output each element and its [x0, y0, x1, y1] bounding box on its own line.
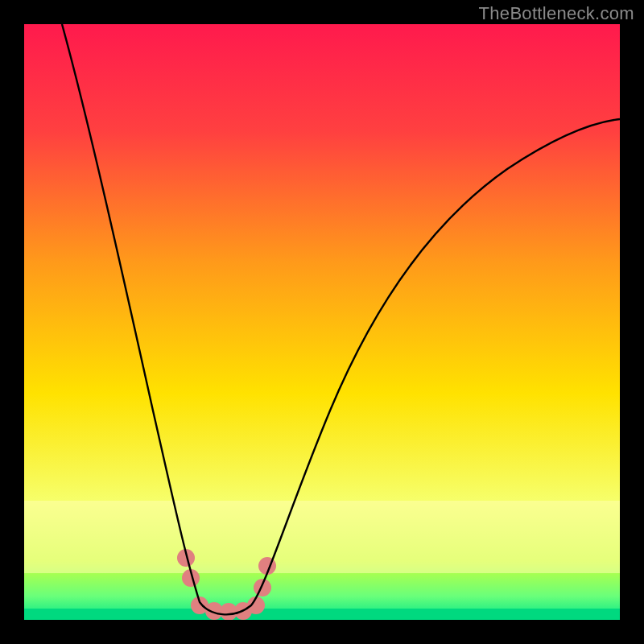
pale-band: [24, 501, 620, 573]
plot-area: [24, 24, 620, 620]
green-base: [24, 609, 620, 620]
chart-frame: TheBottleneck.com: [0, 0, 644, 644]
svg-point-7: [254, 579, 271, 597]
chart-svg: [24, 24, 620, 620]
watermark-text: TheBottleneck.com: [479, 3, 634, 24]
